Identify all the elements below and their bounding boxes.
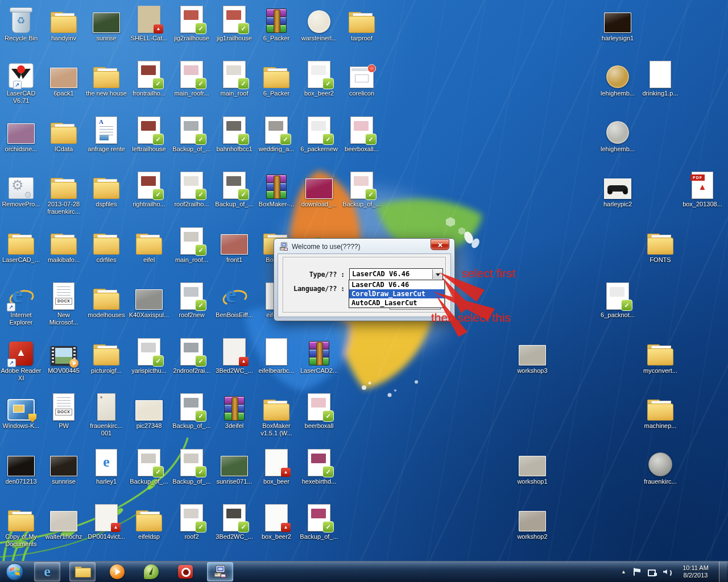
- dropdown-option[interactable]: AutoCAD_LaserCut: [349, 298, 444, 307]
- desktop-icon-box-beer[interactable]: ▲box_beer: [256, 448, 297, 485]
- desktop-icon-handyinv[interactable]: handyinv: [43, 5, 84, 42]
- desktop-icon-eifel[interactable]: eifel: [129, 226, 169, 264]
- desktop-icon-jig1railhouse[interactable]: ✓jig1railhouse: [214, 5, 255, 42]
- desktop-icon-workshop3[interactable]: workshop3: [512, 337, 553, 375]
- desktop-icon-wedding-a[interactable]: ✓wedding_a...: [256, 115, 297, 153]
- desktop-icon-boxmaker-v1-5-1-w[interactable]: BoxMaker v1.5.1 (W...: [256, 392, 297, 437]
- desktop-icon-copy-of-my-documents[interactable]: Copy of My Documents: [1, 503, 42, 548]
- desktop-icon-beerboxall[interactable]: ✓beerboxall...: [341, 115, 382, 153]
- desktop-icon-backup-of[interactable]: ✓Backup_of_...: [299, 503, 340, 541]
- desktop-icon-box-beer2[interactable]: ✓box_beer2: [299, 60, 340, 97]
- desktop-icon-box-201308[interactable]: PDF▲box_201308...: [682, 171, 723, 208]
- desktop-icon-tarproof[interactable]: tarproof: [341, 5, 382, 42]
- desktop-icon-adobe-reader-xi[interactable]: ▲↗Adobe Reader XI: [1, 337, 42, 382]
- dropdown-option[interactable]: LaserCAD V6.46: [349, 280, 444, 289]
- desktop-icon-lasercad2[interactable]: LaserCAD2...: [299, 337, 340, 375]
- desktop-icon-corelicon[interactable]: corelicon: [341, 60, 382, 97]
- desktop-icon-removepro[interactable]: ⚙⚙RemovePro...: [1, 171, 42, 208]
- desktop-icon-backup-of[interactable]: ✓Backup_of_...: [171, 392, 212, 430]
- desktop-icon-harleypic2[interactable]: harleypic2: [597, 171, 638, 208]
- desktop-icon-modelhouses[interactable]: modelhouses: [86, 281, 127, 319]
- desktop-icon-6-packnot[interactable]: ✓6_packnot...: [597, 281, 638, 319]
- desktop-icon-frauenkirc[interactable]: frauenkirc...: [640, 448, 681, 485]
- taskbar-coreldraw[interactable]: [139, 563, 164, 581]
- desktop-icon-recycle-bin[interactable]: ♻Recycle Bin: [1, 5, 42, 42]
- desktop-icon-backup-of[interactable]: ✓Backup_of_...: [129, 448, 169, 485]
- taskbar-screen-capture[interactable]: [173, 563, 198, 581]
- desktop-icon-workshop2[interactable]: workshop2: [512, 503, 553, 541]
- desktop-icon-harley1[interactable]: eharley1: [86, 448, 127, 485]
- desktop-icon-sunnrise[interactable]: sunnrise: [43, 448, 84, 485]
- desktop-icon-maikibafo[interactable]: maikibafo...: [43, 226, 84, 264]
- desktop-icon-roof2new[interactable]: ✓roof2new: [171, 281, 212, 319]
- dropdown-option[interactable]: CorelDraw_LaserCut: [349, 289, 444, 298]
- desktop-icon-3bed2wc[interactable]: ✓3Bed2WC_...: [214, 503, 255, 541]
- desktop-icon-the-new-house[interactable]: the new house: [86, 60, 127, 97]
- desktop-icon-2ndroof2rai[interactable]: ✓2ndroof2rai...: [171, 337, 212, 375]
- desktop-icon-walter1hochz[interactable]: walter1hochz: [43, 503, 84, 541]
- desktop-icon-lehighemb[interactable]: lehighemb...: [597, 115, 638, 153]
- desktop-icon-windows-k[interactable]: Windows-K...: [1, 392, 42, 430]
- desktop-icon-pw[interactable]: DOCXPW: [43, 392, 84, 430]
- desktop-icon-yarispicthu[interactable]: ✓yarispicthu...: [129, 337, 169, 375]
- desktop-icon-icdata[interactable]: ICdata: [43, 115, 84, 153]
- network-icon[interactable]: [648, 568, 657, 576]
- desktop-icon-cdrfiles[interactable]: cdrfiles: [86, 226, 127, 264]
- taskbar-installer-active[interactable]: [207, 562, 233, 581]
- desktop-icon-roof2[interactable]: ✓roof2: [171, 503, 212, 541]
- desktop-icon-warsteinerl[interactable]: warsteinerl...: [299, 5, 340, 42]
- desktop-icon-workshop1[interactable]: workshop1: [512, 448, 553, 485]
- desktop-icon-main-roof[interactable]: ✓main_roof...: [171, 226, 212, 264]
- desktop-icon-mov00445[interactable]: MOV00445: [43, 337, 84, 375]
- desktop-icon-main-roofr[interactable]: ✓main_roofr...: [171, 60, 212, 97]
- desktop-icon-beerboxall[interactable]: ✓beerboxall: [299, 392, 340, 430]
- desktop-icon-jig2railhouse[interactable]: ✓jig2railhouse: [171, 5, 212, 42]
- desktop-icon-backup-of[interactable]: ✓Backup_of_...: [171, 448, 212, 485]
- desktop-icon-frontrailho[interactable]: ✓frontrailho...: [129, 60, 169, 97]
- desktop-icon-leftrailhouse[interactable]: ✓leftrailhouse: [129, 115, 169, 153]
- desktop-icon-6-packernew[interactable]: ✓6_packernew: [299, 115, 340, 153]
- desktop-icon-den071213[interactable]: den071213: [1, 448, 42, 485]
- start-button[interactable]: [5, 563, 25, 581]
- desktop-icon-orchidsne[interactable]: orchidsne...: [1, 115, 42, 153]
- show-hidden-icons-button[interactable]: ▲: [621, 569, 626, 575]
- desktop-icon-picturoigf[interactable]: picturoigf...: [86, 337, 127, 375]
- desktop-icon-k40xaxispul[interactable]: K40Xaxispul...: [129, 281, 169, 319]
- taskbar-clock[interactable]: 10:11 AM 8/2/2013: [679, 564, 713, 579]
- desktop-icon-pic27348[interactable]: pic27348: [129, 392, 169, 430]
- desktop-icon-boxmaker[interactable]: BoxMaker-...: [256, 171, 297, 208]
- desktop-icon-backup-of[interactable]: ✓Backup_of_...: [171, 115, 212, 153]
- close-button[interactable]: [431, 239, 449, 250]
- desktop-icon-download[interactable]: download_...: [299, 171, 340, 208]
- desktop-icon-benboiseiff[interactable]: eBenBoisEiff...: [214, 281, 255, 319]
- desktop-icon-3bed2wc[interactable]: ▲3Bed2WC_...: [214, 337, 255, 375]
- desktop-icon-machinep[interactable]: machinep...: [640, 392, 681, 430]
- desktop-icon-hexebirthd[interactable]: ✓hexebirthd...: [299, 448, 340, 485]
- dialog-titlebar[interactable]: Welcome to use(????): [279, 241, 429, 252]
- desktop-icon-lasercad[interactable]: LaserCAD_...: [1, 226, 42, 264]
- action-center-flag-icon[interactable]: [632, 568, 642, 576]
- combobox-dropdown-button[interactable]: [432, 269, 442, 279]
- desktop-icon-frauenkirc-001[interactable]: frauenkirc... 001: [86, 392, 127, 437]
- type-combobox[interactable]: LaserCAD V6.46: [349, 268, 443, 280]
- desktop-icon-anfrage-rente[interactable]: Aanfrage rente: [86, 115, 127, 153]
- taskbar-internet-explorer[interactable]: e: [34, 562, 60, 581]
- desktop-icon-6-packer[interactable]: 6_Packer: [256, 60, 297, 97]
- show-desktop-button[interactable]: [719, 562, 727, 582]
- desktop-icon-6pack1[interactable]: 6pack1: [43, 60, 84, 97]
- desktop-icon-front1[interactable]: front1: [214, 226, 255, 264]
- desktop-icon-rightrailho[interactable]: ✓rightrailho...: [129, 171, 169, 208]
- desktop-icon-6-packer[interactable]: 6_Packer: [256, 5, 297, 42]
- desktop-icon-2013-07-28-frauenkirc[interactable]: 2013-07-28 frauenkirc...: [43, 171, 84, 215]
- desktop-icon-internet-explorer[interactable]: e↗Internet Explorer: [1, 281, 42, 326]
- desktop-icon-3deifel[interactable]: 3deifel: [214, 392, 255, 430]
- desktop-icon-sunrise071[interactable]: sunrise071...: [214, 448, 255, 485]
- desktop-icon-eifelbearbc[interactable]: eifelbearbc...: [256, 337, 297, 375]
- desktop-icon-myconvert[interactable]: myconvert...: [640, 337, 681, 375]
- desktop-icon-sunrise[interactable]: sunrise: [86, 5, 127, 42]
- desktop-icon-lehighemb[interactable]: lehighemb...: [597, 60, 638, 97]
- volume-icon[interactable]: [663, 568, 672, 576]
- desktop-icon-dp0014vict[interactable]: ▲DP0014vict...: [86, 503, 127, 541]
- taskbar-windows-explorer[interactable]: [69, 562, 96, 581]
- desktop-icon-fonts[interactable]: FONTS: [640, 226, 681, 264]
